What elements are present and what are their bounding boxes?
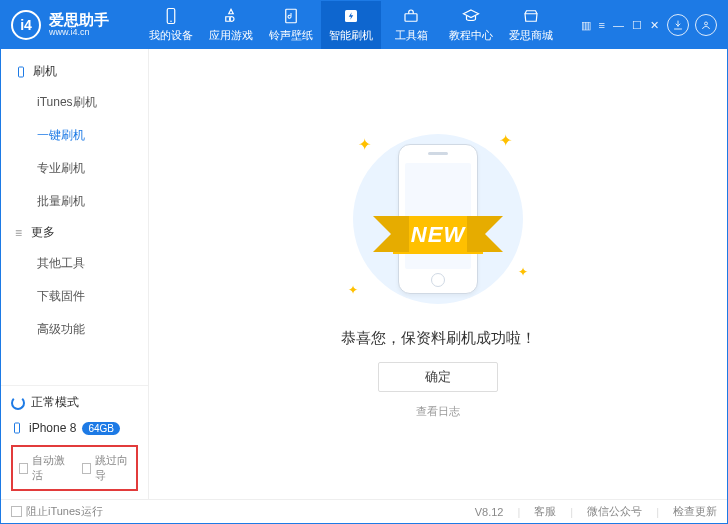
sidebar-item-itunes-flash[interactable]: iTunes刷机	[1, 86, 148, 119]
tab-label: 爱思商城	[509, 28, 553, 43]
sparkle-icon: ✦	[348, 283, 358, 297]
apps-icon	[222, 7, 240, 25]
sidebar-item-pro-flash[interactable]: 专业刷机	[1, 152, 148, 185]
check-update-link[interactable]: 检查更新	[673, 504, 717, 519]
user-icon[interactable]	[695, 14, 717, 36]
wechat-link[interactable]: 微信公众号	[587, 504, 642, 519]
checkbox-icon	[19, 463, 28, 474]
tab-label: 工具箱	[395, 28, 428, 43]
flash-icon	[342, 7, 360, 25]
checkbox-label: 自动激活	[32, 453, 67, 483]
titlebar: i4 爱思助手 www.i4.cn 我的设备 应用游戏 铃声壁纸 智能刷机	[1, 1, 727, 49]
refresh-icon	[11, 396, 25, 410]
store-icon	[522, 7, 540, 25]
tutorial-icon	[462, 7, 480, 25]
support-link[interactable]: 客服	[534, 504, 556, 519]
device-phone-icon	[11, 421, 23, 435]
checkbox-icon	[11, 506, 22, 517]
checkbox-icon	[82, 463, 91, 474]
phone-small-icon	[15, 66, 27, 78]
sidebar-item-advanced[interactable]: 高级功能	[1, 313, 148, 346]
sidebar-section-flash[interactable]: 刷机	[1, 57, 148, 86]
ok-button[interactable]: 确定	[378, 362, 498, 392]
sidebar-item-other-tools[interactable]: 其他工具	[1, 247, 148, 280]
sidebar: 刷机 iTunes刷机 一键刷机 专业刷机 批量刷机 ≡ 更多 其他工具 下载固…	[1, 49, 149, 499]
tab-apps-games[interactable]: 应用游戏	[201, 1, 261, 49]
svg-point-5	[705, 22, 708, 25]
close-icon[interactable]: ✕	[650, 19, 659, 32]
menu-icon[interactable]: ≡	[599, 19, 605, 31]
svg-rect-6	[19, 67, 24, 77]
sidebar-item-download-firmware[interactable]: 下载固件	[1, 280, 148, 313]
app-logo: i4 爱思助手 www.i4.cn	[11, 10, 141, 40]
checkbox-auto-activate[interactable]: 自动激活	[19, 453, 68, 483]
main-content: ✦ ✦ ✦ ✦ NEW 恭喜您，保资料刷机成功啦！ 确定 查看日志	[149, 49, 727, 499]
skin-icon[interactable]: ▥	[581, 19, 591, 32]
checkbox-block-itunes[interactable]: 阻止iTunes运行	[11, 504, 103, 519]
svg-rect-7	[15, 423, 20, 433]
download-icon[interactable]	[667, 14, 689, 36]
new-ribbon: NEW	[393, 216, 483, 254]
sparkle-icon: ✦	[358, 135, 371, 154]
version-label: V8.12	[475, 506, 504, 518]
statusbar: 阻止iTunes运行 V8.12 | 客服 | 微信公众号 | 检查更新	[1, 499, 727, 523]
section-title: 刷机	[33, 63, 57, 80]
device-name: iPhone 8	[29, 421, 76, 435]
svg-point-1	[170, 21, 172, 23]
checkbox-label: 阻止iTunes运行	[26, 504, 103, 519]
music-icon	[282, 7, 300, 25]
sidebar-section-more[interactable]: ≡ 更多	[1, 218, 148, 247]
tab-label: 铃声壁纸	[269, 28, 313, 43]
options-highlight-box: 自动激活 跳过向导	[11, 445, 138, 491]
tab-label: 智能刷机	[329, 28, 373, 43]
toolbox-icon	[402, 7, 420, 25]
mode-label: 正常模式	[31, 394, 79, 411]
maximize-icon[interactable]: ☐	[632, 19, 642, 32]
app-url: www.i4.cn	[49, 28, 109, 38]
sidebar-item-oneclick-flash[interactable]: 一键刷机	[1, 119, 148, 152]
sidebar-item-batch-flash[interactable]: 批量刷机	[1, 185, 148, 218]
tab-ringtones[interactable]: 铃声壁纸	[261, 1, 321, 49]
sparkle-icon: ✦	[518, 265, 528, 279]
tab-my-device[interactable]: 我的设备	[141, 1, 201, 49]
success-message: 恭喜您，保资料刷机成功啦！	[341, 329, 536, 348]
tab-toolbox[interactable]: 工具箱	[381, 1, 441, 49]
top-tabs: 我的设备 应用游戏 铃声壁纸 智能刷机 工具箱 教程中心	[141, 1, 561, 49]
tab-tutorials[interactable]: 教程中心	[441, 1, 501, 49]
collapse-icon: ≡	[15, 226, 25, 240]
checkbox-label: 跳过向导	[95, 453, 130, 483]
svg-rect-4	[405, 14, 417, 22]
app-name: 爱思助手	[49, 12, 109, 29]
device-mode[interactable]: 正常模式	[11, 394, 138, 411]
tab-store[interactable]: 爱思商城	[501, 1, 561, 49]
sparkle-icon: ✦	[499, 131, 512, 150]
device-info[interactable]: iPhone 8 64GB	[11, 421, 138, 435]
phone-icon	[162, 7, 180, 25]
tab-smart-flash[interactable]: 智能刷机	[321, 1, 381, 49]
minimize-icon[interactable]: —	[613, 19, 624, 31]
device-capacity-badge: 64GB	[82, 422, 120, 435]
view-log-link[interactable]: 查看日志	[416, 404, 460, 419]
section-title: 更多	[31, 224, 55, 241]
tab-label: 应用游戏	[209, 28, 253, 43]
success-illustration: ✦ ✦ ✦ ✦ NEW	[328, 129, 548, 309]
checkbox-skip-guide[interactable]: 跳过向导	[82, 453, 131, 483]
tab-label: 教程中心	[449, 28, 493, 43]
logo-icon: i4	[11, 10, 41, 40]
tab-label: 我的设备	[149, 28, 193, 43]
window-controls: ▥ ≡ — ☐ ✕	[581, 19, 659, 32]
